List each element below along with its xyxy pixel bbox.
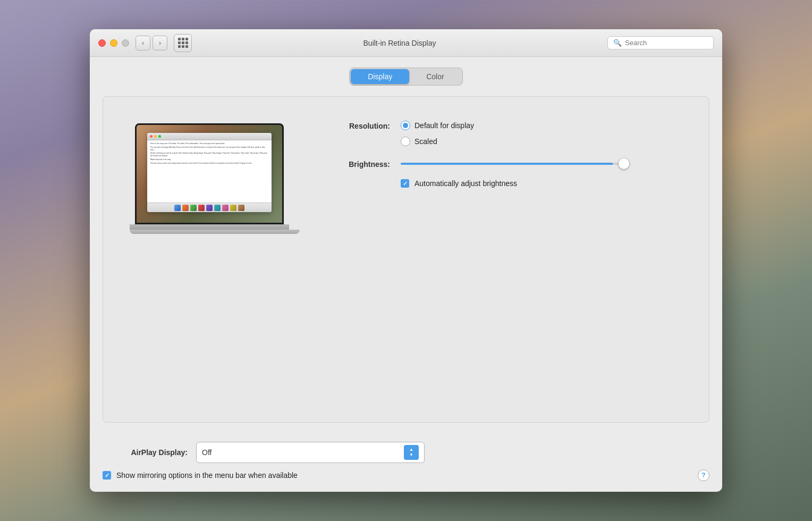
dock-icon-9 bbox=[238, 205, 244, 211]
dock-icon-5 bbox=[206, 205, 213, 211]
auto-brightness-row: ✓ Automatically adjust brightness bbox=[401, 179, 688, 188]
forward-button[interactable]: › bbox=[153, 36, 167, 51]
search-icon: 🔍 bbox=[613, 39, 622, 47]
back-icon: ‹ bbox=[142, 39, 144, 47]
screen-text-2: The ones who see things differently. The… bbox=[150, 146, 268, 152]
back-button[interactable]: ‹ bbox=[136, 36, 150, 51]
dock-icon-7 bbox=[222, 205, 229, 211]
screen-text-3: But the only thing you can't do is ignor… bbox=[150, 152, 268, 157]
laptop-screen: Here's to the crazy ones. The misfits. T… bbox=[137, 125, 282, 223]
dock-icon-1 bbox=[174, 205, 181, 211]
titlebar: ‹ › Built-in Retina Display 🔍 bbox=[90, 29, 722, 57]
check-icon: ✓ bbox=[403, 181, 408, 187]
search-box[interactable]: 🔍 bbox=[607, 36, 714, 49]
grid-button[interactable] bbox=[174, 34, 192, 52]
mirroring-label: Show mirroring options in the menu bar w… bbox=[116, 471, 298, 480]
screen-content: Here's to the crazy ones. The misfits. T… bbox=[147, 140, 272, 168]
tab-segmented-control: Display Color bbox=[349, 68, 462, 86]
help-icon: ? bbox=[701, 472, 705, 479]
dropdown-arrow-icon: ▲ ▼ bbox=[404, 445, 419, 460]
airplay-value: Off bbox=[202, 448, 212, 457]
screen-text-5: How else can you stare at an empty canva… bbox=[150, 162, 268, 165]
search-input[interactable] bbox=[625, 39, 708, 47]
dock-icon-4 bbox=[198, 205, 205, 211]
laptop-screen-bezel: Here's to the crazy ones. The misfits. T… bbox=[135, 123, 284, 224]
screen-max-dot bbox=[158, 135, 161, 138]
screen-footer bbox=[147, 203, 272, 212]
screen-window: Here's to the crazy ones. The misfits. T… bbox=[147, 133, 272, 212]
display-panel: Here's to the crazy ones. The misfits. T… bbox=[103, 96, 709, 423]
laptop-illustration: Here's to the crazy ones. The misfits. T… bbox=[124, 113, 294, 234]
resolution-label: Resolution: bbox=[326, 121, 390, 130]
mirroring-checkbox[interactable]: ✓ bbox=[103, 471, 111, 480]
mirroring-row: ✓ Show mirroring options in the menu bar… bbox=[103, 471, 298, 480]
resolution-default-label: Default for display bbox=[415, 121, 474, 130]
forward-icon: › bbox=[159, 39, 161, 47]
resolution-scaled-radio[interactable] bbox=[401, 137, 410, 146]
settings-panel: Resolution: Default for display Scaled bbox=[326, 113, 688, 196]
screen-close-dot bbox=[150, 135, 153, 138]
dock-icon-8 bbox=[230, 205, 236, 211]
dropdown-down-icon: ▼ bbox=[409, 453, 413, 457]
maximize-button[interactable] bbox=[122, 39, 129, 47]
help-button[interactable]: ? bbox=[698, 469, 709, 481]
dock-icon-3 bbox=[190, 205, 197, 211]
airplay-dropdown[interactable]: Off ▲ ▼ bbox=[196, 442, 425, 463]
resolution-scaled-label: Scaled bbox=[415, 137, 437, 146]
content-area: Display Color bbox=[90, 57, 722, 433]
airplay-row: AirPlay Display: Off ▲ ▼ bbox=[103, 442, 709, 463]
auto-brightness-checkbox[interactable]: ✓ bbox=[401, 179, 409, 188]
resolution-default-radio[interactable] bbox=[401, 121, 410, 130]
laptop: Here's to the crazy ones. The misfits. T… bbox=[130, 123, 289, 234]
screen-min-dot bbox=[154, 135, 157, 138]
screen-text-4: Maybe they have to be crazy. bbox=[150, 158, 268, 161]
airplay-label: AirPlay Display: bbox=[103, 448, 188, 457]
screen-titlebar bbox=[147, 133, 272, 140]
tab-color[interactable]: Color bbox=[409, 69, 461, 84]
bottom-bar: ✓ Show mirroring options in the menu bar… bbox=[103, 469, 709, 481]
window-title: Built-in Retina Display bbox=[198, 39, 601, 47]
traffic-lights bbox=[98, 39, 129, 47]
minimize-button[interactable] bbox=[110, 39, 117, 47]
bottom-section: AirPlay Display: Off ▲ ▼ ✓ Show mirrorin… bbox=[90, 433, 722, 492]
brightness-label: Brightness: bbox=[326, 159, 390, 169]
resolution-default-option[interactable]: Default for display bbox=[401, 121, 474, 130]
brightness-slider[interactable] bbox=[401, 163, 624, 165]
brightness-thumb[interactable] bbox=[619, 158, 629, 169]
resolution-controls: Default for display Scaled bbox=[401, 121, 474, 146]
dock-icon-6 bbox=[214, 205, 221, 211]
radio-selected-indicator bbox=[403, 123, 408, 128]
dock-icon-2 bbox=[182, 205, 189, 211]
tab-display[interactable]: Display bbox=[351, 69, 409, 84]
grid-icon bbox=[178, 38, 188, 48]
auto-brightness-label: Automatically adjust brightness bbox=[415, 179, 517, 188]
dropdown-up-icon: ▲ bbox=[409, 448, 413, 452]
screen-text-1: Here's to the crazy ones. The misfits. T… bbox=[150, 142, 268, 145]
resolution-row: Resolution: Default for display Scaled bbox=[326, 121, 688, 146]
resolution-scaled-option[interactable]: Scaled bbox=[401, 137, 474, 146]
nav-buttons: ‹ › bbox=[136, 36, 167, 51]
laptop-base bbox=[130, 230, 300, 234]
mirroring-check-icon: ✓ bbox=[105, 473, 109, 478]
close-button[interactable] bbox=[98, 39, 106, 47]
main-window: ‹ › Built-in Retina Display 🔍 Display Co… bbox=[90, 29, 722, 492]
brightness-row: Brightness: bbox=[326, 159, 688, 169]
